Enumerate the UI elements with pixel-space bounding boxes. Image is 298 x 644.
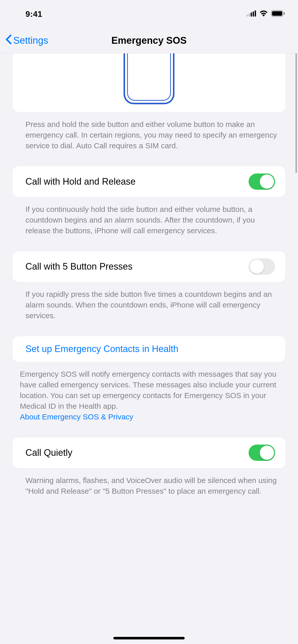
phone-outline-icon bbox=[124, 53, 174, 104]
call-hold-release-footer: If you continuously hold the side button… bbox=[0, 197, 298, 236]
about-sos-privacy-link[interactable]: About Emergency SOS & Privacy bbox=[20, 413, 133, 421]
page-title: Emergency SOS bbox=[111, 35, 187, 46]
call-five-presses-footer: If you rapidly press the side button fiv… bbox=[0, 282, 298, 321]
scroll-indicator[interactable] bbox=[295, 53, 297, 173]
call-five-presses-label: Call with 5 Button Presses bbox=[25, 261, 132, 272]
status-bar: 9:41 bbox=[0, 0, 298, 28]
call-hold-release-toggle[interactable] bbox=[249, 173, 275, 190]
home-indicator[interactable] bbox=[113, 637, 185, 639]
back-label: Settings bbox=[13, 35, 48, 46]
wifi-icon bbox=[259, 10, 268, 18]
call-quietly-toggle[interactable] bbox=[249, 445, 275, 461]
status-time: 9:41 bbox=[25, 9, 42, 19]
svg-rect-4 bbox=[255, 10, 256, 17]
call-five-presses-toggle[interactable] bbox=[249, 258, 275, 275]
setup-emergency-contacts-cell[interactable]: Set up Emergency Contacts in Health bbox=[13, 336, 285, 362]
chevron-left-icon bbox=[5, 34, 12, 47]
call-quietly-cell[interactable]: Call Quietly bbox=[13, 437, 285, 468]
call-five-presses-cell[interactable]: Call with 5 Button Presses bbox=[13, 251, 285, 282]
call-quietly-label: Call Quietly bbox=[25, 447, 72, 458]
status-icons bbox=[247, 10, 285, 18]
emergency-contacts-footer-text: Emergency SOS will notify emergency cont… bbox=[20, 370, 276, 410]
call-hold-release-cell[interactable]: Call with Hold and Release bbox=[13, 166, 285, 197]
svg-rect-2 bbox=[251, 12, 252, 17]
svg-rect-1 bbox=[249, 13, 250, 17]
hero-illustration-card bbox=[13, 53, 285, 112]
svg-rect-3 bbox=[253, 11, 254, 17]
hero-footer: Press and hold the side button and eithe… bbox=[0, 112, 298, 151]
cellular-icon bbox=[247, 10, 256, 18]
call-quietly-footer: Warning alarms, flashes, and VoiceOver a… bbox=[0, 468, 298, 496]
back-button[interactable]: Settings bbox=[0, 34, 48, 47]
content: Press and hold the side button and eithe… bbox=[0, 53, 298, 512]
svg-rect-7 bbox=[284, 12, 285, 15]
emergency-contacts-footer: Emergency SOS will notify emergency cont… bbox=[0, 362, 298, 422]
setup-emergency-contacts-label: Set up Emergency Contacts in Health bbox=[25, 344, 178, 354]
svg-rect-6 bbox=[272, 11, 282, 16]
call-hold-release-label: Call with Hold and Release bbox=[25, 176, 136, 187]
svg-rect-0 bbox=[247, 14, 248, 17]
battery-icon bbox=[271, 10, 285, 18]
nav-bar: Settings Emergency SOS bbox=[0, 28, 298, 53]
